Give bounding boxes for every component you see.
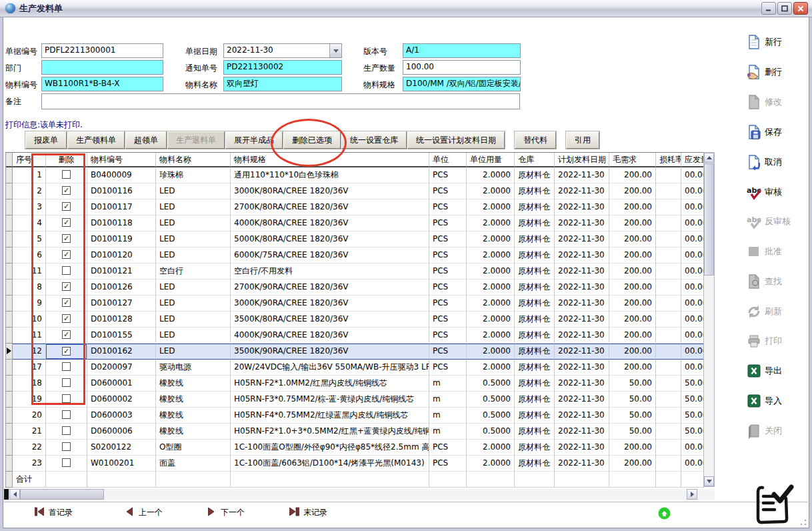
nav-next-button[interactable]: 下一个 [207, 507, 245, 518]
toolbar-button-scrap-order[interactable]: 报废单 [25, 131, 67, 149]
field-remark[interactable] [41, 93, 520, 109]
cell-delete[interactable]: ✓ [46, 183, 87, 199]
column-header-material-code[interactable]: 物料编号 [87, 153, 156, 167]
table-row[interactable]: 5✓D0100119LED5000K/80RA/CREE 1820/36VPCS… [6, 231, 704, 247]
table-row[interactable]: 8✓D0100126LED2700K/90RA/CREE 1820/36VPCS… [6, 280, 704, 296]
row-selector[interactable] [6, 215, 13, 231]
scroll-down-button[interactable] [704, 476, 714, 486]
delete-checkbox[interactable] [62, 378, 71, 387]
table-row[interactable]: 21D0600006橡胶线H05RN-F2*1.0+3*0.5MM2/红黑+蓝黄… [6, 424, 704, 440]
sidebar-button-save[interactable]: 保存 [745, 123, 809, 141]
delete-checkbox[interactable] [62, 426, 71, 435]
scroll-right-button[interactable] [687, 489, 697, 500]
vertical-scroll-thumb[interactable] [704, 163, 714, 276]
column-header-due-qty[interactable]: 应发量 [681, 153, 704, 167]
toolbar-button-reference[interactable]: 引用 [566, 131, 599, 149]
field-dept[interactable] [41, 60, 163, 75]
scroll-up-button[interactable] [704, 153, 714, 163]
delete-checkbox[interactable] [62, 170, 71, 179]
scroll-left-button[interactable] [9, 489, 20, 500]
row-selector[interactable] [6, 440, 13, 456]
delete-checkbox[interactable] [62, 410, 71, 419]
row-selector[interactable] [6, 424, 13, 440]
table-row[interactable]: 9✓D0100127LED3000K/90RA/CREE 1820/36VPCS… [6, 296, 704, 312]
minimize-button[interactable] [761, 2, 776, 15]
cell-delete[interactable]: ✓ [46, 296, 87, 312]
cell-delete[interactable] [46, 424, 87, 440]
row-selector[interactable] [6, 183, 13, 199]
row-selector[interactable] [6, 280, 13, 296]
cell-delete[interactable]: ✓ [46, 344, 87, 360]
field-doc-date[interactable]: 2022-11-30 [223, 43, 342, 58]
delete-checkbox[interactable]: ✓ [62, 202, 71, 211]
delete-checkbox[interactable]: ✓ [62, 314, 71, 323]
toolbar-button-substitute[interactable]: 替代料 [515, 131, 556, 149]
delete-checkbox[interactable]: ✓ [62, 186, 71, 195]
column-header-loss-rate[interactable]: 损耗率 [656, 153, 681, 167]
field-mat-code[interactable]: WB1100R1*B-B4-X [41, 77, 163, 91]
row-selector[interactable] [6, 408, 13, 424]
sidebar-button-export[interactable]: 导出 [745, 362, 809, 380]
row-selector[interactable] [6, 360, 13, 376]
maximize-button[interactable] [777, 2, 792, 15]
dropdown-button[interactable] [329, 44, 341, 57]
row-selector[interactable] [6, 263, 13, 280]
row-selector[interactable] [6, 456, 13, 472]
toolbar-button-over-picking[interactable]: 超领单 [125, 131, 167, 149]
row-selector[interactable] [6, 376, 13, 392]
column-header-plan-issue-date[interactable]: 计划发料日期 [555, 153, 609, 167]
table-row[interactable]: 20D0600003橡胶线H05RN-F4*0.75MM2/红绿蓝黑内皮线/纯铜… [6, 408, 704, 424]
cell-delete[interactable] [46, 456, 87, 472]
delete-checkbox[interactable]: ✓ [62, 234, 71, 243]
table-row[interactable]: 3✓D0100117LED2700K/80RA/CREE 1820/36VPCS… [6, 199, 704, 215]
row-selector[interactable] [6, 392, 13, 408]
grid-splitter[interactable] [4, 489, 9, 500]
delete-checkbox[interactable] [62, 266, 71, 275]
row-selector[interactable] [6, 312, 13, 328]
field-notice-no[interactable]: PD221130002 [223, 60, 342, 75]
cell-delete[interactable] [46, 263, 87, 280]
column-header-warehouse[interactable]: 仓库 [515, 153, 555, 167]
resize-grip[interactable] [799, 518, 807, 526]
column-header-unit[interactable]: 单位 [429, 153, 467, 167]
delete-checkbox[interactable]: ✓ [62, 250, 71, 259]
field-version[interactable]: A/1 [403, 43, 521, 58]
row-selector[interactable] [6, 247, 13, 263]
table-row[interactable]: 4✓D0100118LED4000K/80RA/CREE 1820/36VPCS… [6, 215, 704, 231]
table-row[interactable]: 2✓D0100116LED3000K/80RA/CREE 1820/36VPCS… [6, 183, 704, 199]
column-header-seq[interactable]: 序号 [13, 153, 46, 167]
toolbar-button-set-issue-date[interactable]: 统一设置计划发料日期 [407, 131, 505, 149]
cell-delete[interactable] [46, 167, 87, 183]
cell-delete[interactable]: ✓ [46, 199, 87, 215]
toolbar-button-delete-selected[interactable]: 删除已选项 [283, 131, 341, 149]
cell-delete[interactable]: ✓ [46, 247, 87, 263]
delete-checkbox[interactable] [62, 458, 71, 467]
delete-checkbox[interactable]: ✓ [62, 282, 71, 291]
cell-delete[interactable]: ✓ [46, 215, 87, 231]
field-prod-qty[interactable]: 100.00 [403, 60, 521, 75]
sidebar-button-delete-row[interactable]: 删行 [745, 63, 809, 81]
row-selector[interactable] [6, 328, 13, 344]
table-row[interactable]: 10✓D0100128LED3500K/80RA/CREE 1820/36VPC… [6, 312, 704, 328]
table-row[interactable]: 22S0200122O型圈1C-100面盖O型圈/外径φ90*内径φ85*线径2… [6, 440, 704, 456]
close-button[interactable] [793, 2, 808, 15]
column-header-material-name[interactable]: 物料名称 [156, 153, 231, 167]
nav-prev-button[interactable]: 上一个 [125, 507, 163, 518]
delete-checkbox[interactable]: ✓ [62, 330, 71, 339]
delete-checkbox[interactable] [62, 362, 71, 371]
sidebar-button-audit[interactable]: abc审核 [745, 183, 809, 201]
sidebar-button-cancel[interactable]: 取消 [745, 153, 809, 171]
sidebar-button-import[interactable]: 导入 [745, 392, 809, 410]
cell-delete[interactable] [46, 392, 87, 408]
delete-checkbox[interactable]: ✓ [62, 298, 71, 307]
table-row[interactable]: 11✓D0100155LED4000K/90RA/CREE 1820/36VPC… [6, 328, 704, 344]
row-selector[interactable] [6, 231, 13, 247]
column-header-unit-usage[interactable]: 单位用量 [467, 153, 515, 167]
table-row[interactable]: 17D0200097驱动电源20W/24VDC输入/输出36V 550MA/WB… [6, 360, 704, 376]
row-selector[interactable] [6, 344, 13, 360]
row-selector[interactable] [6, 296, 13, 312]
cell-delete[interactable] [46, 376, 87, 392]
cell-delete[interactable] [46, 408, 87, 424]
toolbar-button-production-picking[interactable]: 生产领料单 [67, 131, 125, 149]
table-row[interactable]: 11D0100121空白行空白行/不用发料PCS2.0000原材料仓2022-1… [6, 263, 704, 280]
